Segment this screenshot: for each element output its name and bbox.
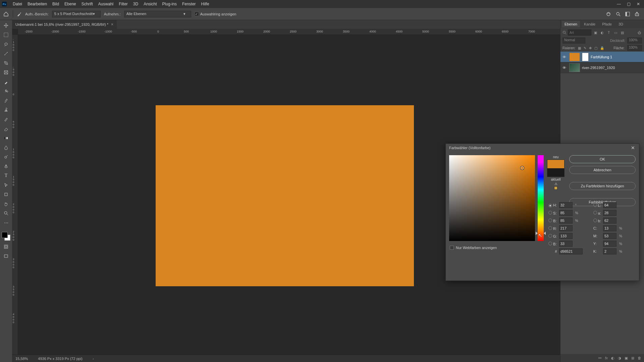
close-window-icon[interactable]: ✕ [637, 2, 640, 6]
close-icon[interactable]: ✕ [630, 145, 636, 150]
status-chevron-icon[interactable]: › [93, 357, 94, 361]
group-icon[interactable]: ▣ [625, 356, 628, 360]
blur-tool-icon[interactable] [2, 144, 10, 151]
filter-smart-icon[interactable]: ▤ [620, 30, 625, 35]
hex-input[interactable] [559, 248, 583, 254]
zoom-tool-icon[interactable] [2, 210, 10, 217]
sample-size-select[interactable]: 5 x 5 Pixel Durchschnitt ▾ [52, 11, 101, 17]
filter-shape-icon[interactable]: ▭ [613, 30, 618, 35]
layer-mask-thumbnail[interactable] [582, 53, 589, 61]
hue-input[interactable] [559, 202, 573, 208]
crop-tool-icon[interactable] [2, 60, 10, 66]
hand-tool-icon[interactable] [2, 200, 10, 207]
lock-artboard-icon[interactable]: ▢ [594, 46, 597, 50]
lock-pixels-icon[interactable]: ✎ [584, 46, 586, 50]
l-input[interactable] [603, 202, 616, 208]
blue-radio[interactable] [548, 242, 552, 245]
current-color-swatch[interactable] [547, 168, 564, 177]
pen-tool-icon[interactable] [2, 163, 10, 170]
a-radio[interactable] [593, 211, 597, 215]
menu-hilfe[interactable]: Hilfe [199, 2, 212, 6]
add-swatch-button[interactable]: Zu Farbfeldern hinzufügen [569, 182, 636, 190]
eraser-tool-icon[interactable] [2, 125, 10, 132]
ok-button[interactable]: OK [569, 155, 636, 163]
path-select-icon[interactable] [2, 182, 10, 188]
filter-type-icon[interactable]: T [606, 30, 611, 35]
bri-input[interactable] [559, 218, 573, 224]
search-icon[interactable] [562, 31, 567, 35]
websafe-warning-icon[interactable] [554, 186, 557, 190]
layer-thumbnail[interactable] [569, 53, 580, 61]
frame-tool-icon[interactable] [2, 69, 10, 76]
sat-radio[interactable] [548, 211, 552, 215]
show-sampling-ring-checkbox[interactable]: ✓Auswahlring anzeigen [195, 12, 236, 16]
menu-auswahl[interactable]: Auswahl [96, 2, 116, 6]
link-layers-icon[interactable]: ⚯ [598, 356, 601, 360]
menu-datei[interactable]: Datei [10, 2, 25, 6]
filter-toggle-icon[interactable]: ⏻ [637, 30, 642, 35]
r-radio[interactable] [548, 226, 552, 230]
marquee-tool-icon[interactable] [2, 32, 10, 38]
adjustment-icon[interactable]: ◑ [618, 356, 621, 360]
lock-all-icon[interactable]: 🔒 [600, 46, 604, 50]
sat-input[interactable] [559, 210, 573, 216]
y-input[interactable] [603, 241, 616, 247]
menu-bearbeiten[interactable]: Bearbeiten [25, 2, 50, 6]
fx-icon[interactable]: fx [605, 356, 608, 360]
minimize-icon[interactable]: — [617, 2, 621, 6]
a-input[interactable] [603, 210, 616, 216]
layer-thumbnail[interactable] [569, 63, 580, 72]
layer-filter-input[interactable] [568, 29, 591, 36]
menu-ansicht[interactable]: Ansicht [141, 2, 159, 6]
toolbar-more-icon[interactable]: ⋯ [2, 219, 10, 226]
menu-ebene[interactable]: Ebene [62, 2, 79, 6]
lasso-tool-icon[interactable] [2, 41, 10, 48]
layer-row[interactable]: 👁Farbfüllung 1 [560, 52, 644, 62]
b-radio[interactable] [593, 219, 597, 222]
home-icon[interactable] [3, 11, 9, 17]
panel-tab-kanäle[interactable]: Kanäle [581, 21, 598, 27]
stamp-tool-icon[interactable] [2, 107, 10, 113]
r-input[interactable] [559, 225, 573, 231]
zoom-level[interactable]: 15,58% [15, 357, 28, 361]
type-tool-icon[interactable]: T [2, 172, 10, 179]
quickmask-icon[interactable] [2, 243, 10, 250]
panel-tab-3d[interactable]: 3D [616, 21, 626, 27]
filter-image-icon[interactable]: ▣ [593, 30, 598, 35]
dialog-titlebar[interactable]: Farbwähler (Volltonfarbe) ✕ [446, 144, 639, 152]
blue-input[interactable] [559, 241, 573, 247]
cloud-search-icon[interactable] [606, 11, 611, 17]
web-colors-only-checkbox[interactable]: Nur Webfarben anzeigen [450, 246, 497, 250]
menu-bild[interactable]: Bild [50, 2, 62, 6]
hue-slider[interactable]: ↖ [538, 155, 544, 241]
document-tab[interactable]: Unbenannt-1 bei 15,6% (river-2951997_192… [12, 20, 117, 29]
color-swatches[interactable] [2, 232, 10, 241]
lock-position-icon[interactable]: ✥ [589, 46, 592, 50]
saturation-brightness-field[interactable] [449, 155, 535, 241]
g-radio[interactable] [548, 234, 552, 238]
visibility-icon[interactable]: 👁 [562, 66, 567, 70]
screenmode-icon[interactable] [2, 253, 10, 259]
layer-row[interactable]: 👁river-2951997_1920 [560, 62, 644, 73]
lock-transparency-icon[interactable]: ▦ [578, 46, 581, 50]
b-input[interactable] [603, 218, 616, 224]
menu-3d[interactable]: 3D [130, 2, 141, 6]
move-tool-icon[interactable] [2, 22, 10, 29]
cancel-button[interactable]: Abbrechen [569, 166, 636, 174]
mask-icon[interactable]: ◐ [611, 356, 614, 360]
gamut-warning-icon[interactable]: ⚠ [554, 182, 557, 186]
share-icon[interactable] [635, 12, 639, 16]
bri-radio[interactable] [548, 219, 552, 222]
menu-schrift[interactable]: Schrift [79, 2, 96, 6]
eyedropper-icon[interactable] [2, 78, 10, 85]
heal-tool-icon[interactable] [2, 88, 10, 95]
blend-mode-select[interactable]: Normal [562, 38, 585, 44]
m-input[interactable] [603, 233, 616, 239]
menu-fenster[interactable]: Fenster [179, 2, 199, 6]
menu-plug-ins[interactable]: Plug-ins [160, 2, 179, 6]
g-input[interactable] [559, 233, 573, 239]
shape-tool-icon[interactable] [2, 191, 10, 198]
wand-tool-icon[interactable] [2, 50, 10, 57]
menu-filter[interactable]: Filter [116, 2, 130, 6]
l-radio[interactable] [593, 203, 597, 207]
